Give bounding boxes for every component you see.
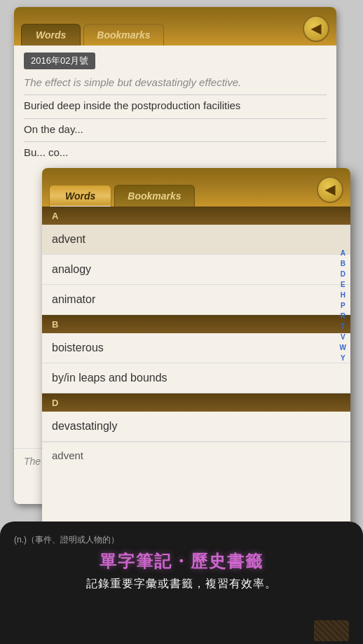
section-letter-A: A [52,211,58,221]
bg-text-normal-2: Buried deep inside the postproduction fa… [24,99,240,111]
divider-1 [24,94,327,95]
bg-back-button[interactable]: ◀ [303,15,329,42]
index-V[interactable]: V [341,332,345,342]
bg-back-icon: ◀ [311,21,321,36]
word-text-advent: advent [52,233,85,245]
index-H[interactable]: H [341,290,345,300]
bottom-title: 單字筆記・歷史書籤 [14,550,349,573]
index-Y[interactable]: Y [341,354,345,363]
index-A[interactable]: A [341,248,345,258]
bg-text-italic-1: The effect is simple but devastatingly e… [24,76,241,88]
bottom-panel: (n.)（事件、證明或人物的） 單字筆記・歷史書籤 記錄重要字彙或書籤，複習有效… [0,522,363,644]
bottom-subtitle: 記錄重要字彙或書籤，複習有效率。 [14,577,349,592]
index-E[interactable]: E [341,280,345,290]
section-letter-D: D [52,398,58,408]
fg-back-icon: ◀ [325,182,335,197]
section-header-B: B [42,315,350,333]
index-P[interactable]: P [341,301,345,311]
word-list-container: A B D E H P R T V W Y A advent analogy a… [42,206,350,539]
divider-3 [24,141,327,142]
word-item-boisterous[interactable]: boisterous [42,333,350,363]
bg-text-2: Buried deep inside the postproduction fa… [24,98,327,113]
fg-header: Words Bookmarks ◀ [42,168,350,206]
word-text-boisterous: boisterous [52,342,104,354]
fg-back-button[interactable]: ◀ [317,176,343,203]
word-text-devastatingly: devastatingly [52,420,117,432]
bg-text-normal-3: On the day... [24,123,83,135]
fg-tab-bookmarks-label: Bookmarks [128,190,181,202]
bg-text-4: Bu... co... [24,145,327,160]
index-sidebar[interactable]: A B D E H P R T V W Y [340,248,346,363]
word-partial: advent [42,442,350,468]
index-D[interactable]: D [341,270,345,279]
word-partial-text: advent [52,449,83,461]
foreground-card: Words Bookmarks ◀ A B D E H P R T V W Y … [42,168,350,539]
section-letter-B: B [52,319,58,330]
bg-text-3: On the day... [24,122,327,137]
index-B[interactable]: B [341,259,345,269]
index-T[interactable]: T [341,322,345,332]
bg-card-content: 2016年02月號 The effect is simple but devas… [14,46,336,172]
word-item-analogy[interactable]: analogy [42,255,350,285]
fg-tab-bookmarks[interactable]: Bookmarks [114,185,194,206]
bg-text-normal-4: Bu... co... [24,146,68,158]
bottom-definition: (n.)（事件、證明或人物的） [14,534,349,546]
bg-text-1: The effect is simple but devastatingly e… [24,75,327,90]
section-header-A: A [42,206,350,225]
word-text-leaps: by/in leaps and bounds [52,372,167,384]
date-badge: 2016年02月號 [24,52,95,69]
bottom-content: (n.)（事件、證明或人物的） 單字筆記・歷史書籤 記錄重要字彙或書籤，複習有效… [0,522,363,598]
word-text-analogy: analogy [52,263,91,275]
word-item-animator[interactable]: animator [42,285,350,315]
index-R[interactable]: R [341,312,345,321]
section-header-D: D [42,393,350,412]
word-item-leaps[interactable]: by/in leaps and bounds [42,363,350,393]
divider-2 [24,118,327,119]
leather-texture [314,620,349,641]
bg-header: Words Bookmarks ◀ [14,7,336,46]
fg-tab-words[interactable]: Words [49,185,111,206]
word-item-advent[interactable]: advent [42,225,350,255]
bg-tab-bookmarks[interactable]: Bookmarks [83,24,163,46]
word-item-devastatingly[interactable]: devastatingly [42,412,350,442]
bg-tab-words-label: Words [36,29,66,41]
bg-tab-words[interactable]: Words [21,24,81,46]
bg-tab-bookmarks-label: Bookmarks [97,29,150,41]
index-W[interactable]: W [340,343,346,353]
fg-tab-words-label: Words [65,190,95,202]
word-text-animator: animator [52,293,95,305]
